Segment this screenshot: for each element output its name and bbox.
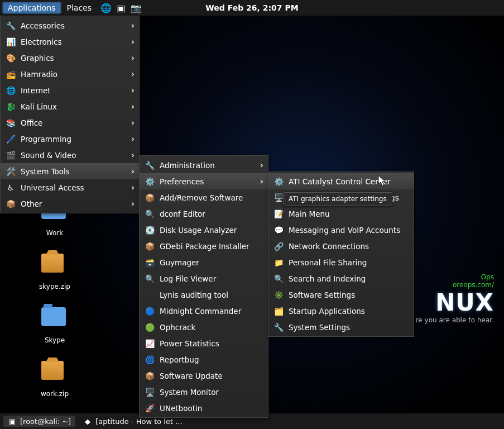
system-tools-icon: 🛠️ [5,166,16,177]
systools-item-dconf-editor[interactable]: 🔍dconf Editor [140,206,268,222]
personal-file-sharing-icon: 📁 [273,257,284,268]
guymager-icon: 🗃️ [144,257,155,268]
prefs-item-system-settings[interactable]: 🔧System Settings [268,319,414,335]
office-icon: 📚 [5,117,16,128]
prefs-item-main-menu[interactable]: 📝Main Menu [268,206,414,222]
menu-item-label: Accessories [21,21,125,30]
places-menu-button[interactable]: Places [61,2,98,14]
prefs-item-ati-catalyst-control-center[interactable]: ⚙️ATI Catalyst Control Center [268,173,414,189]
add-remove-software-icon: 📦 [144,192,155,203]
messaging-and-voip-accounts-icon: 💬 [273,225,284,236]
menu-item-label: UNetbootin [160,404,263,413]
systools-item-lynis-auditing-tool[interactable]: Lynis auditing tool [140,287,268,303]
systools-item-gdebi-package-installer[interactable]: 📦GDebi Package Installer [140,238,268,254]
apps-item-internet[interactable]: 🌐Internet [1,82,139,98]
top-panel: Applications Places 🌐 ▣ 📷 Wed Feb 26, 2:… [0,0,504,16]
task-label: [aptitude - How to let ... [95,417,182,426]
desktop-icon-work-zip[interactable]: work.zip [30,361,80,398]
accessories-icon: 🔧 [5,20,16,31]
apps-item-graphics[interactable]: 🎨Graphics [1,50,139,66]
systools-item-ophcrack[interactable]: 🟢Ophcrack [140,319,268,335]
prefs-item-software-settings[interactable]: ✳️Software Settings [268,287,414,303]
apps-item-other[interactable]: 📦Other [1,196,139,212]
universal-access-icon: ♿ [5,182,16,193]
lynis-auditing-tool-icon [144,289,155,301]
menu-item-label: Universal Access [21,183,125,192]
tooltip: ATI graphics adapter settings [283,192,392,206]
menu-item-label: System Tools [21,167,125,176]
menu-item-label: Messaging and VoIP Accounts [289,226,409,235]
menu-item-label: dconf Editor [160,209,263,218]
system-monitor-icon: 🖥️ [144,387,155,398]
menu-item-label: GDebi Package Installer [160,242,263,251]
terminal-icon[interactable]: ▣ [115,2,127,14]
prefs-item-personal-file-sharing[interactable]: 📁Personal File Sharing [268,254,414,270]
systools-item-midnight-commander[interactable]: 🔵Midnight Commander [140,303,268,319]
menu-item-label: Disk Usage Analyzer [160,226,263,235]
menu-item-label: Reportbug [160,355,263,364]
taskbar-item[interactable]: ▣[root@kali: ~] [3,416,75,427]
reportbug-icon: 🌀 [144,354,155,365]
systools-item-software-update[interactable]: 📦Software Update [140,368,268,384]
menu-item-label: Kali Linux [21,102,125,111]
applications-menu-button[interactable]: Applications [2,2,61,14]
menu-item-label: Other [21,199,125,208]
desktop-icon-label: Work [30,229,80,237]
desktop-icon-skype[interactable]: Skype [30,307,80,344]
apps-item-system-tools[interactable]: 🛠️System Tools [1,163,139,179]
disk-usage-analyzer-icon: 💽 [144,225,155,236]
systools-item-preferences[interactable]: ⚙️Preferences [140,173,268,189]
prefs-item-search-and-indexing[interactable]: 🔍Search and Indexing [268,270,414,287]
systools-item-system-monitor[interactable]: 🖥️System Monitor [140,384,268,400]
systools-item-add-remove-software[interactable]: 📦Add/Remove Software [140,189,268,206]
apps-item-electronics[interactable]: 📊Electronics [1,34,139,50]
folder-icon [41,307,66,326]
internet-icon: 🌐 [5,85,16,96]
systools-item-power-statistics[interactable]: 📈Power Statistics [140,335,268,351]
menu-item-label: System Monitor [160,388,263,397]
desktop-icon-skype-zip[interactable]: skype.zip [30,254,80,290]
ati-catalyst-control-center-icon: ⚙️ [273,176,284,187]
task-label: [root@kali: ~] [20,417,71,426]
menu-item-label: Software Settings [289,290,409,299]
apps-item-kali-linux[interactable]: 🐉Kali Linux [1,98,139,115]
preferences-icon: ⚙️ [144,176,155,187]
package-icon [41,254,64,273]
apps-item-accessories[interactable]: 🔧Accessories [1,17,139,34]
ati-graphics-adapter-settings-icon: 🖥️ [273,192,284,203]
apps-item-universal-access[interactable]: ♿Universal Access [1,179,139,196]
log-file-viewer-icon: 🔍 [144,273,155,284]
sound-video-icon: 🎬 [5,150,16,161]
administration-icon: 🔧 [144,160,155,171]
clock[interactable]: Wed Feb 26, 2:07 PM [205,3,298,12]
systools-item-unetbootin[interactable]: 🚀UNetbootin [140,400,268,416]
apps-item-sound-video[interactable]: 🎬Sound & Video [1,147,139,163]
apps-item-programming[interactable]: 🖊️Programming [1,131,139,147]
systools-item-disk-usage-analyzer[interactable]: 💽Disk Usage Analyzer [140,222,268,238]
wallpaper-text: Ops oreops.com/ NUX re you are able to h… [416,273,494,324]
systools-item-reportbug[interactable]: 🌀Reportbug [140,351,268,368]
network-connections-icon: 🔗 [273,241,284,252]
main-menu-icon: 📝 [273,208,284,220]
prefs-item-startup-applications[interactable]: 🗂️Startup Applications [268,303,414,319]
applications-menu: 🔧Accessories📊Electronics🎨Graphics📻Hamrad… [0,16,140,213]
systools-item-guymager[interactable]: 🗃️Guymager [140,254,268,270]
electronics-icon: 📊 [5,36,16,47]
camera-icon[interactable]: 📷 [130,2,142,14]
software-update-icon: 📦 [144,370,155,382]
menu-item-label: Graphics [21,54,125,63]
desktop-icon-label: skype.zip [30,283,80,290]
menu-item-label: Midnight Commander [160,307,263,316]
menu-item-label: Startup Applications [289,307,409,316]
menu-item-label: Add/Remove Software [160,193,263,202]
task-icon: ◆ [83,417,92,426]
ophcrack-icon: 🟢 [144,322,155,333]
menu-item-label: Lynis auditing tool [160,290,263,299]
prefs-item-network-connections[interactable]: 🔗Network Connections [268,238,414,254]
systools-item-log-file-viewer[interactable]: 🔍Log File Viewer [140,270,268,287]
apps-item-hamradio[interactable]: 📻Hamradio [1,66,139,82]
apps-item-office[interactable]: 📚Office [1,115,139,131]
globe-icon[interactable]: 🌐 [100,2,112,14]
prefs-item-messaging-and-voip-accounts[interactable]: 💬Messaging and VoIP Accounts [268,222,414,238]
systools-item-administration[interactable]: 🔧Administration [140,157,268,173]
